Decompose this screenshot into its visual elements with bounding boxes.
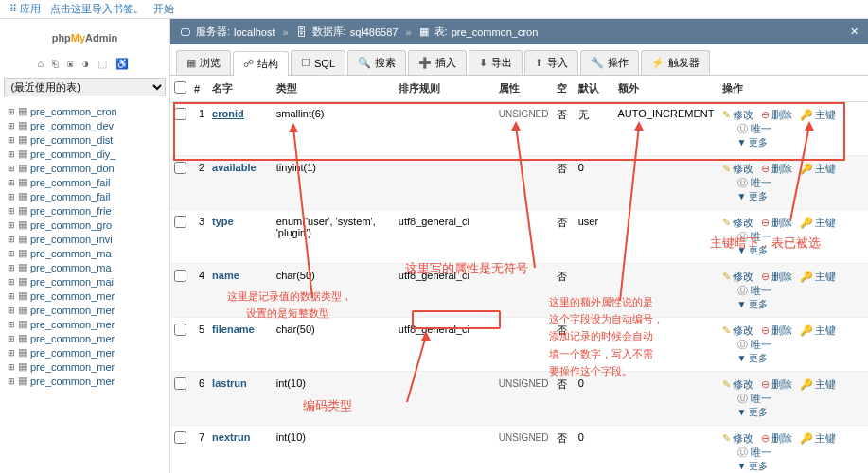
- op-delete[interactable]: ⊖删除: [761, 324, 792, 338]
- op-primary[interactable]: 🔑主键: [800, 431, 836, 446]
- sidebar-table-item[interactable]: ⊞▦pre_common_mer: [4, 303, 166, 317]
- op-delete[interactable]: ⊖删除: [761, 377, 792, 392]
- op-unique[interactable]: Ⓤ 唯一: [737, 338, 771, 352]
- field-name[interactable]: available: [212, 162, 256, 173]
- expand-icon[interactable]: ⊞: [8, 277, 15, 287]
- op-delete[interactable]: ⊖删除: [761, 431, 792, 446]
- op-primary[interactable]: 🔑主键: [800, 270, 836, 284]
- tab-insert[interactable]: ➕插入: [408, 50, 467, 75]
- field-name[interactable]: nextrun: [212, 431, 250, 443]
- sidebar-table-item[interactable]: ⊞▦pre_common_gro: [4, 218, 166, 232]
- recent-tables-select[interactable]: (最近使用的表): [4, 78, 165, 96]
- sidebar-table-item[interactable]: ⊞▦pre_common_diy_: [4, 147, 166, 161]
- expand-icon[interactable]: ⊞: [8, 334, 15, 343]
- table-row[interactable]: 5filenamechar(50)utf8_general_ci否✎修改⊖删除🔑…: [170, 318, 868, 372]
- expand-icon[interactable]: ⊞: [8, 362, 15, 372]
- sidebar-table-item[interactable]: ⊞▦pre_common_fail: [4, 189, 166, 203]
- expand-icon[interactable]: ⊞: [8, 121, 15, 131]
- op-delete[interactable]: ⊖删除: [761, 162, 792, 176]
- row-checkbox[interactable]: [174, 216, 186, 228]
- row-checkbox[interactable]: [174, 431, 186, 444]
- row-checkbox[interactable]: [174, 377, 186, 390]
- tab-structure[interactable]: ☍结构: [233, 51, 289, 76]
- tab-triggers[interactable]: ⚡触发器: [641, 50, 710, 75]
- logo[interactable]: phpMyAdmin: [0, 19, 169, 54]
- op-unique[interactable]: Ⓤ 唯一: [737, 392, 771, 406]
- sidebar-table-item[interactable]: ⊞▦pre_common_invi: [4, 232, 166, 246]
- sidebar-toolbar[interactable]: ⌂ ⎗ ▣ ◑ ⬚ ♿: [0, 54, 169, 74]
- close-icon[interactable]: ✕: [850, 26, 859, 38]
- op-delete[interactable]: ⊖删除: [761, 270, 792, 284]
- expand-icon[interactable]: ⊞: [8, 107, 15, 116]
- th-extra[interactable]: 额外: [614, 76, 718, 102]
- sidebar-table-item[interactable]: ⊞▦pre_common_ma: [4, 260, 166, 274]
- field-name[interactable]: name: [212, 270, 239, 281]
- tab-browse[interactable]: ▦浏览: [176, 50, 231, 75]
- expand-icon[interactable]: ⊞: [8, 149, 15, 159]
- server-link[interactable]: localhost: [234, 26, 275, 38]
- op-more[interactable]: ▼ 更多: [737, 137, 769, 148]
- table-row[interactable]: 6lastrunint(10)UNSIGNED否0✎修改⊖删除🔑主键Ⓤ 唯一▼ …: [170, 372, 868, 426]
- op-unique[interactable]: Ⓤ 唯一: [737, 176, 771, 190]
- th-collation[interactable]: 排序规则: [395, 76, 495, 102]
- sidebar-table-item[interactable]: ⊞▦pre_common_dist: [4, 132, 166, 147]
- op-primary[interactable]: 🔑主键: [800, 162, 836, 176]
- tab-operations[interactable]: 🔧操作: [580, 50, 639, 75]
- expand-icon[interactable]: ⊞: [8, 291, 15, 301]
- th-null[interactable]: 空: [553, 76, 575, 102]
- import-bookmarks-hint[interactable]: 点击这里导入书签。: [50, 2, 144, 16]
- expand-icon[interactable]: ⊞: [8, 164, 15, 173]
- expand-icon[interactable]: ⊞: [8, 178, 15, 187]
- op-unique[interactable]: Ⓤ 唯一: [737, 284, 771, 298]
- expand-icon[interactable]: ⊞: [8, 263, 15, 272]
- start-link[interactable]: 开始: [153, 2, 174, 16]
- op-more[interactable]: ▼ 更多: [737, 353, 769, 363]
- sidebar-table-item[interactable]: ⊞▦pre_common_mer: [4, 345, 166, 359]
- expand-icon[interactable]: ⊞: [8, 348, 15, 358]
- sidebar-table-item[interactable]: ⊞▦pre_common_fail: [4, 175, 166, 189]
- expand-icon[interactable]: ⊞: [8, 220, 15, 230]
- op-delete[interactable]: ⊖删除: [761, 108, 792, 122]
- field-name[interactable]: filename: [212, 324, 255, 335]
- op-edit[interactable]: ✎修改: [722, 324, 753, 338]
- th-attr[interactable]: 属性: [495, 76, 553, 102]
- op-more[interactable]: ▼ 更多: [737, 299, 769, 309]
- expand-icon[interactable]: ⊞: [8, 135, 15, 145]
- expand-icon[interactable]: ⊞: [8, 206, 15, 216]
- op-edit[interactable]: ✎修改: [722, 270, 753, 284]
- expand-icon[interactable]: ⊞: [8, 377, 15, 386]
- op-primary[interactable]: 🔑主键: [800, 324, 836, 338]
- sidebar-table-item[interactable]: ⊞▦pre_common_mer: [4, 289, 166, 303]
- op-edit[interactable]: ✎修改: [722, 377, 753, 392]
- expand-icon[interactable]: ⊞: [8, 306, 15, 315]
- row-checkbox[interactable]: [174, 162, 186, 174]
- sidebar-table-item[interactable]: ⊞▦pre_common_mai: [4, 274, 166, 289]
- tab-search[interactable]: 🔍搜索: [347, 50, 406, 75]
- expand-icon[interactable]: ⊞: [8, 249, 15, 258]
- op-edit[interactable]: ✎修改: [722, 162, 753, 176]
- tab-sql[interactable]: ☐SQL: [291, 50, 345, 75]
- op-unique[interactable]: Ⓤ 唯一: [737, 446, 771, 460]
- tab-export[interactable]: ⬇导出: [469, 50, 523, 75]
- select-all-checkbox[interactable]: [174, 81, 186, 94]
- op-delete[interactable]: ⊖删除: [761, 216, 792, 230]
- table-tree[interactable]: ⊞▦pre_common_cron⊞▦pre_common_dev⊞▦pre_c…: [0, 100, 169, 473]
- sidebar-table-item[interactable]: ⊞▦pre_common_cron: [4, 104, 166, 118]
- th-num[interactable]: #: [190, 76, 208, 102]
- table-link[interactable]: pre_common_cron: [452, 26, 539, 38]
- table-row[interactable]: 2availabletinyint(1)否0✎修改⊖删除🔑主键Ⓤ 唯一▼ 更多: [170, 156, 868, 210]
- op-primary[interactable]: 🔑主键: [800, 108, 836, 122]
- table-row[interactable]: 4namechar(50)utf8_general_ci否✎修改⊖删除🔑主键Ⓤ …: [170, 264, 868, 318]
- table-row[interactable]: 1cronidsmallint(6)UNSIGNED否无AUTO_INCREME…: [170, 102, 868, 156]
- table-row[interactable]: 7nextrunint(10)UNSIGNED否0✎修改⊖删除🔑主键Ⓤ 唯一▼ …: [170, 426, 868, 474]
- op-edit[interactable]: ✎修改: [722, 216, 753, 230]
- op-more[interactable]: ▼ 更多: [737, 191, 769, 201]
- op-primary[interactable]: 🔑主键: [800, 216, 836, 230]
- field-name[interactable]: type: [212, 216, 234, 227]
- db-link[interactable]: sql486587: [350, 26, 399, 38]
- apps-label[interactable]: ⠿ 应用: [9, 2, 41, 16]
- row-checkbox[interactable]: [174, 270, 186, 282]
- sidebar-table-item[interactable]: ⊞▦pre_common_mer: [4, 331, 166, 345]
- tab-import[interactable]: ⬆导入: [524, 50, 578, 75]
- op-edit[interactable]: ✎修改: [722, 108, 753, 122]
